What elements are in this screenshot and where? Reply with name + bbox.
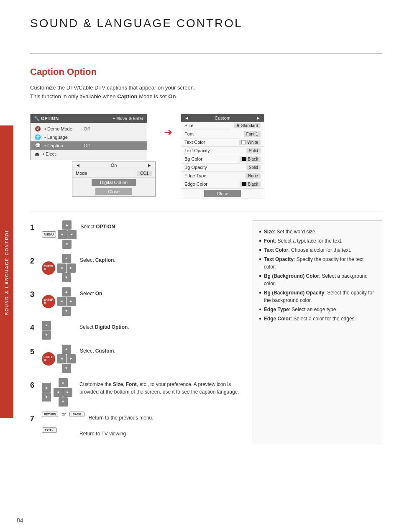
size-label: Size (184, 123, 193, 128)
exit-button[interactable]: EXIT ⌐ (42, 427, 57, 433)
custom-row-edgetype: Edge Type None (181, 172, 264, 180)
step-6-text: Customize the Size, Font, etc., to your … (79, 381, 240, 396)
custom-panel: ◄ Custom ► Size AStandard Font Font 1 Te… (181, 114, 264, 199)
steps-area: 1 MENU ▲ ◄ ► ▼ Select OPTION. (30, 220, 382, 443)
info-edgetype: Edge Type: Select an edge type. (259, 305, 376, 314)
info-edgecolor-text: Edge Color: Select a color for the edges… (264, 315, 356, 322)
step-1-bold: OPTION (96, 224, 115, 230)
info-panel: Size: Set the word size. Font: Select a … (253, 220, 382, 443)
option-menu: 🔧 OPTION ✦ Move ⊛ Enter 🔇 • Demo Mode : … (30, 114, 147, 160)
option-row-eject: ⏏ • Eject (31, 150, 147, 158)
size-bold: Size (113, 381, 123, 387)
step-3-bold: On (95, 291, 102, 297)
dpad-v1: ▲ ◄ ► ▼ (58, 220, 77, 249)
lang-icon: 🌐 (35, 134, 41, 140)
caption-label: • Caption (44, 143, 78, 148)
step-1-num: 1 (30, 224, 38, 231)
dpad-v6a: ▲ ▼ (42, 383, 51, 402)
step-2-text: Select Caption. (80, 256, 240, 264)
textopacity-value: Solid (246, 148, 261, 153)
custom-row-textopacity: Text Opacity Solid (181, 147, 264, 155)
right5: ► (66, 354, 76, 363)
sidebar: SOUND & LANGUAGE CONTROL (0, 125, 13, 418)
down4: ▼ (42, 330, 51, 340)
right-chevron: ► (256, 115, 261, 120)
custom-row-size: Size AStandard (181, 122, 264, 130)
right6b: ► (63, 388, 72, 397)
font-bold: Font (126, 381, 137, 387)
enter-button-3[interactable]: ENTER⊛ (42, 295, 55, 308)
up-arrow-btn: ▲ (62, 220, 72, 230)
bullet-list: Size: Set the word size. Font: Select a … (259, 227, 376, 323)
step-5-num: 5 (30, 348, 38, 356)
caption-submenu: ◄ On ► Mode CC1 Digital Option Close (72, 161, 156, 197)
dpad-v2: ▲ ◄ ► ▼ (57, 254, 76, 282)
step-6: 6 ▲ ▼ ▲ ◄ ► ▼ Cus (30, 378, 240, 407)
bgcolor-swatch (242, 157, 246, 161)
right2: ► (66, 263, 76, 273)
back-button[interactable]: BACK (69, 412, 84, 417)
textcolor-swatch (241, 140, 246, 144)
left-arrow-btn: ◄ (58, 230, 67, 239)
desc-bold2: On (168, 93, 176, 100)
down3: ▼ (62, 307, 71, 316)
steps-left: 1 MENU ▲ ◄ ► ▼ Select OPTION. (30, 220, 240, 443)
main-content: SOUND & LANGUAGE CONTROL Caption Option … (13, 0, 399, 460)
sidebar-label: SOUND & LANGUAGE CONTROL (5, 229, 9, 315)
caption-nav-arrows: ◄ (76, 163, 80, 168)
font-value: Font 1 (244, 131, 261, 137)
menu-button[interactable]: MENU (42, 231, 56, 238)
step-1-text: Select OPTION. (81, 223, 240, 230)
caption-close-btn: Close (95, 188, 132, 195)
caption-close-row: Close (72, 187, 155, 196)
left-chevron: ◄ (184, 115, 189, 120)
custom-panel-header: ◄ Custom ► (181, 114, 264, 122)
step-3-num: 3 (30, 291, 38, 298)
caption-mode-row: Mode CC1 (72, 169, 155, 178)
custom-close-btn: Close (204, 190, 241, 197)
edgecolor-label: Edge Color (184, 182, 207, 187)
info-textcolor-text: Text Color: Choose a color for the text. (264, 246, 351, 254)
bgopacity-value: Solid (246, 165, 261, 170)
step-exit: x EXIT ⌐ Return to TV viewing. (30, 427, 240, 438)
step-4-bold: Digital Option (95, 324, 128, 330)
info-textcolor: Text Color: Choose a color for the text. (259, 246, 376, 255)
demo-icon: 🔇 (35, 126, 41, 132)
caption-on-row: ◄ On ► (72, 161, 155, 169)
info-size: Size: Set the word size. (259, 227, 376, 236)
step-2-buttons: ENTER⊛ ▲ ◄ ► ▼ (42, 254, 76, 282)
desc-bold1: Caption (117, 93, 137, 100)
down-arrow-btn: ▼ (62, 240, 72, 249)
down5: ▼ (62, 364, 71, 373)
custom-close-row: Close (181, 189, 264, 199)
desc-line1: Customize the DTV/Cable DTV captions tha… (30, 84, 195, 91)
caption-submenu-wrapper: ◄ On ► Mode CC1 Digital Option Close (55, 161, 156, 197)
option-menu-header: 🔧 OPTION ✦ Move ⊛ Enter (31, 114, 147, 123)
custom-row-font: Font Font 1 (181, 130, 264, 138)
size-value: AStandard (234, 123, 261, 128)
option-menu-body: 🔇 • Demo Mode : Off 🌐 • Language 💬 • Cap… (31, 123, 147, 160)
step-3-buttons: ENTER⊛ ▲ ◄ ► ▼ (42, 287, 76, 316)
step-3: 3 ENTER⊛ ▲ ◄ ► ▼ Select On. (30, 287, 240, 316)
page-number: 84 (17, 517, 23, 524)
step-6-buttons: ▲ ▼ ▲ ◄ ► ▼ (42, 378, 75, 407)
option-row-language: 🌐 • Language (31, 133, 147, 141)
info-bgcolor: Bg (Background) Color: Select a backgrou… (259, 271, 376, 288)
up3: ▲ (62, 287, 71, 297)
return-button[interactable]: RETURN (42, 412, 58, 417)
up4: ▲ (42, 321, 51, 330)
step-5-bold: Custom (95, 348, 114, 354)
lang-label: • Language (44, 135, 78, 140)
demo-value: : Off (81, 126, 90, 131)
enter-button-2[interactable]: ENTER⊛ (42, 261, 55, 275)
down2: ▼ (62, 273, 71, 282)
digital-option-row: Digital Option (72, 178, 155, 187)
a-icon: A (236, 123, 239, 128)
enter-button-5[interactable]: ENTER⊛ (42, 352, 55, 366)
up5: ▲ (62, 345, 71, 354)
edgetype-value: None (246, 173, 261, 179)
step-2: 2 ENTER⊛ ▲ ◄ ► ▼ Select Caption. (30, 254, 240, 282)
step-exit-text: Return to TV viewing. (79, 430, 240, 437)
right-arrow: ► (147, 163, 152, 168)
info-textopacity: Text Opacity: Specify the opacity for th… (259, 255, 376, 271)
